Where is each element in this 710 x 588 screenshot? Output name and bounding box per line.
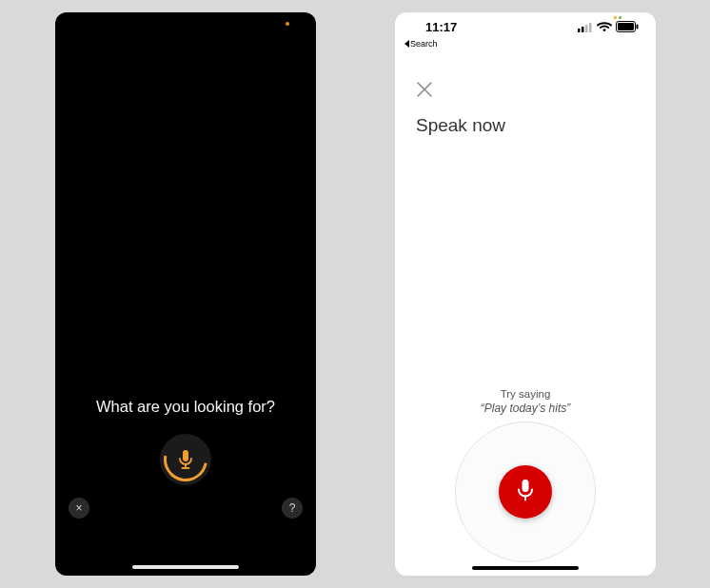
privacy-indicator-dot xyxy=(286,22,289,26)
voice-search-screen-dark: What are you looking for? × ? xyxy=(55,12,316,576)
hint-block: Try saying “Play today’s hits” xyxy=(395,388,656,415)
back-triangle-icon xyxy=(404,40,409,48)
microphone-button[interactable] xyxy=(499,465,552,519)
home-indicator[interactable] xyxy=(132,565,239,569)
close-icon: × xyxy=(75,501,82,515)
svg-rect-9 xyxy=(618,23,634,30)
status-bar: 11:17 xyxy=(395,12,656,41)
cellular-signal-icon xyxy=(578,22,593,32)
microphone-arc xyxy=(155,429,216,490)
back-label: Search xyxy=(410,39,438,49)
help-icon: ? xyxy=(289,501,296,515)
voice-search-screen-light: 11:17 xyxy=(395,12,656,576)
hint-phrase: “Play today’s hits” xyxy=(395,402,656,415)
microphone-ring xyxy=(160,434,211,485)
voice-prompt-text: What are you looking for? xyxy=(55,398,316,416)
svg-rect-4 xyxy=(582,27,584,32)
home-indicator[interactable] xyxy=(472,566,579,570)
close-icon xyxy=(416,81,433,98)
status-time: 11:17 xyxy=(425,20,457,34)
back-to-search-link[interactable]: Search xyxy=(395,39,656,49)
close-button[interactable]: × xyxy=(69,498,89,519)
svg-rect-3 xyxy=(578,29,581,32)
svg-rect-10 xyxy=(637,25,639,29)
svg-point-7 xyxy=(603,29,606,31)
microphone-outer-ring xyxy=(455,421,596,562)
voice-heading-text: Speak now xyxy=(416,115,505,136)
microphone-icon xyxy=(515,478,536,506)
status-right-group xyxy=(578,21,639,32)
hint-label: Try saying xyxy=(395,388,656,400)
svg-rect-6 xyxy=(589,23,592,32)
svg-rect-13 xyxy=(523,480,529,492)
svg-rect-5 xyxy=(585,25,588,32)
privacy-indicator-dots xyxy=(614,16,621,19)
microphone-button[interactable] xyxy=(160,434,211,485)
wifi-icon xyxy=(597,22,612,32)
bottom-button-row: × ? xyxy=(69,498,303,519)
help-button[interactable]: ? xyxy=(282,498,303,519)
close-button[interactable] xyxy=(416,81,435,100)
battery-icon xyxy=(616,21,639,32)
